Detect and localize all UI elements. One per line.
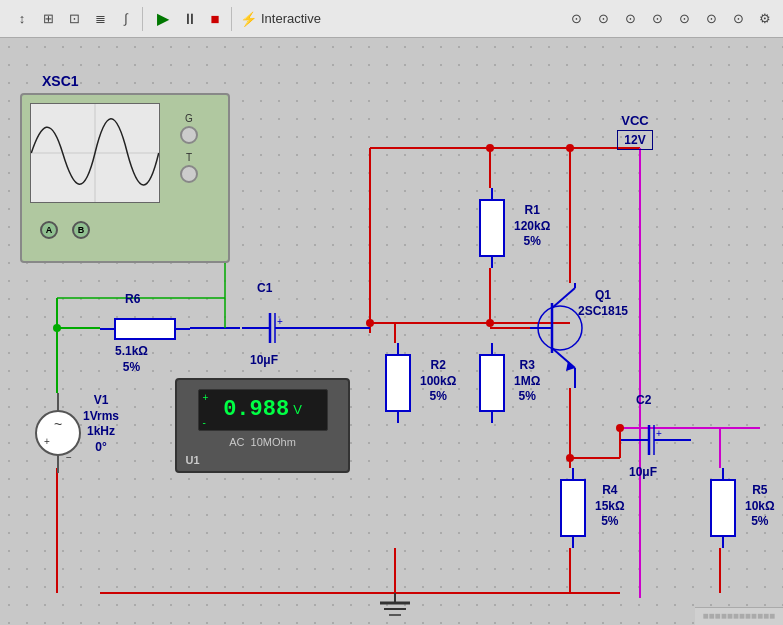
r6-svg xyxy=(100,314,190,344)
tb-right-4[interactable]: ⊙ xyxy=(645,7,669,31)
svg-rect-58 xyxy=(115,319,175,339)
osc-knob-t[interactable] xyxy=(180,165,198,183)
tb-btn-5[interactable]: ∫ xyxy=(114,7,138,31)
v1-component[interactable]: ~ + − V1 1Vrms 1kHz 0° xyxy=(35,393,81,477)
svg-point-90 xyxy=(486,144,494,152)
osc-probe-b[interactable]: B xyxy=(72,221,90,239)
v1-svg: ~ + − xyxy=(35,393,81,473)
toolbar-right: ⊙ ⊙ ⊙ ⊙ ⊙ ⊙ ⊙ ⚙ xyxy=(564,7,777,31)
v1-label: V1 1Vrms 1kHz 0° xyxy=(83,393,119,455)
tb-right-5[interactable]: ⊙ xyxy=(672,7,696,31)
pause-button[interactable]: ⏸ xyxy=(177,7,201,31)
vcc-voltage: 12V xyxy=(624,133,645,147)
stop-button[interactable]: ■ xyxy=(203,7,227,31)
svg-rect-43 xyxy=(480,200,504,256)
osc-g-label: G xyxy=(185,113,193,124)
tb-right-3[interactable]: ⊙ xyxy=(618,7,642,31)
mode-text: Interactive xyxy=(261,11,321,26)
c2-component[interactable]: + C2 10μF xyxy=(621,415,691,469)
run-button[interactable]: ▶ xyxy=(151,7,175,31)
r1-label: R1 120kΩ 5% xyxy=(514,203,550,250)
multimeter[interactable]: + - 0.988 V AC 10MOhm U1 xyxy=(175,378,350,473)
tb-right-7[interactable]: ⊙ xyxy=(726,7,750,31)
mm-plus: + xyxy=(203,392,209,403)
svg-text:~: ~ xyxy=(54,416,62,432)
tb-btn-4[interactable]: ≣ xyxy=(88,7,112,31)
r6-label: R6 xyxy=(125,292,140,308)
settings-button[interactable]: ⚙ xyxy=(753,7,777,31)
r6-val: 5.1kΩ 5% xyxy=(115,344,148,375)
svg-text:−: − xyxy=(66,452,72,463)
lightning-icon: ⚡ xyxy=(240,11,257,27)
r5-label: R5 10kΩ 5% xyxy=(745,483,775,530)
c2-val: 10μF xyxy=(629,465,657,481)
tb-right-6[interactable]: ⊙ xyxy=(699,7,723,31)
tb-btn-2[interactable]: ⊞ xyxy=(36,7,60,31)
svg-point-84 xyxy=(366,319,374,327)
toolbar-group-sim: ▶ ⏸ ■ xyxy=(147,7,232,31)
svg-point-87 xyxy=(566,454,574,462)
r5-component[interactable]: R5 10kΩ 5% xyxy=(703,468,743,552)
interactive-label: ⚡ Interactive xyxy=(240,11,321,27)
c2-svg: + xyxy=(621,415,691,465)
r4-svg xyxy=(553,468,593,548)
statusbar: ■■■■■■■■■■■■ xyxy=(695,607,783,625)
svg-point-89 xyxy=(566,144,574,152)
circuit-area[interactable]: XSC1 G T A B VCC 12V xyxy=(0,38,783,625)
r3-component[interactable]: R3 1MΩ 5% xyxy=(472,343,512,427)
svg-rect-46 xyxy=(386,355,410,411)
r1-component[interactable]: R1 120kΩ 5% xyxy=(472,188,512,272)
tb-right-2[interactable]: ⊙ xyxy=(591,7,615,31)
r4-component[interactable]: R4 15kΩ 5% xyxy=(553,468,593,552)
svg-text:+: + xyxy=(277,316,283,327)
r5-svg xyxy=(703,468,743,548)
oscilloscope[interactable]: XSC1 G T A B xyxy=(20,93,230,263)
osc-knob-g[interactable] xyxy=(180,126,198,144)
q1-label: Q1 2SC1815 xyxy=(578,288,628,319)
svg-text:+: + xyxy=(656,428,662,439)
mm-unit: V xyxy=(293,402,302,417)
mm-display: + - 0.988 V xyxy=(198,389,328,431)
u1-label: U1 xyxy=(185,453,199,467)
vcc-label: VCC xyxy=(621,113,648,128)
oscilloscope-screen xyxy=(30,103,160,203)
c1-val: 10μF xyxy=(250,353,278,369)
c1-label: C1 xyxy=(257,281,272,297)
vcc-rect: 12V xyxy=(617,130,653,150)
r6-component[interactable]: R6 5.1kΩ 5% xyxy=(100,314,190,348)
svg-rect-55 xyxy=(711,480,735,536)
q1-component[interactable]: Q1 2SC1815 xyxy=(530,283,590,407)
vcc-box: VCC 12V xyxy=(617,113,653,150)
r1-svg xyxy=(472,188,512,268)
mm-mode: AC 10MOhm xyxy=(229,436,296,448)
svg-rect-52 xyxy=(561,480,585,536)
mm-minus: - xyxy=(203,417,206,428)
toolbar: ↕ ⊞ ⊡ ≣ ∫ ▶ ⏸ ■ ⚡ Interactive ⊙ ⊙ ⊙ ⊙ ⊙ … xyxy=(0,0,783,38)
tb-btn-3[interactable]: ⊡ xyxy=(62,7,86,31)
c1-component[interactable]: + C1 10μF xyxy=(242,303,312,357)
osc-probe-a[interactable]: A xyxy=(40,221,58,239)
r3-svg xyxy=(472,343,512,423)
svg-point-85 xyxy=(486,319,494,327)
osc-knob-g-group: G T xyxy=(180,113,198,183)
c1-svg: + xyxy=(242,303,312,353)
toolbar-group-1: ↕ ⊞ ⊡ ≣ ∫ xyxy=(6,7,143,31)
r2-svg xyxy=(378,343,418,423)
svg-point-86 xyxy=(53,324,61,332)
c2-label: C2 xyxy=(636,393,651,409)
oscilloscope-label: XSC1 xyxy=(42,73,79,89)
svg-rect-49 xyxy=(480,355,504,411)
r2-label: R2 100kΩ 5% xyxy=(420,358,456,405)
tb-right-1[interactable]: ⊙ xyxy=(564,7,588,31)
r4-label: R4 15kΩ 5% xyxy=(595,483,625,530)
svg-text:+: + xyxy=(44,436,50,447)
r2-component[interactable]: R2 100kΩ 5% xyxy=(378,343,418,427)
mm-value: 0.988 xyxy=(223,397,289,422)
tb-btn-1[interactable]: ↕ xyxy=(10,7,34,31)
svg-line-72 xyxy=(552,288,575,308)
osc-t-label: T xyxy=(186,152,192,163)
